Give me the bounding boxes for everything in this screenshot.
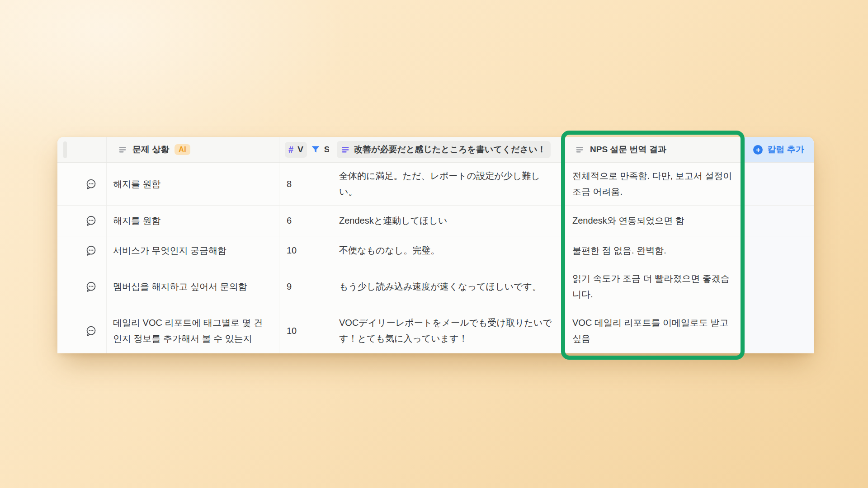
align-left-icon [341, 145, 350, 154]
improve-text: もう少し読み込み速度が速くなってほしいです。 [339, 279, 541, 295]
header-label-nps: NPS 설문 번역 결과 [590, 144, 666, 155]
improve-text: 全体的に満足。ただ、レポートの設定が少し難しい。 [339, 168, 555, 200]
problem-text: 해지를 원함 [113, 176, 161, 192]
cell-nps-translation[interactable]: 전체적으로 만족함. 다만, 보고서 설정이 조금 어려움. [563, 163, 744, 205]
voc-database-table: 문제 상황 AI # V S [57, 137, 814, 353]
cell-problem[interactable]: 해지를 원함 [107, 206, 279, 236]
score-value: 10 [287, 323, 297, 339]
improve-text: 不便なものなし。完璧。 [339, 243, 439, 258]
align-left-icon [118, 145, 127, 154]
score-value: 6 [287, 213, 292, 229]
cell-nps-translation[interactable]: 읽기 속도가 조금 더 빨라졌으면 좋겠습니다. [563, 265, 744, 308]
problem-text: 서비스가 무엇인지 궁금해함 [113, 243, 226, 258]
comment-bubble-icon[interactable] [85, 281, 97, 293]
table-row: 데일리 VOC 리포트에 태그별로 몇 건인지 정보를 추가해서 볼 수 있는지… [57, 308, 814, 353]
header-label-problem: 문제 상황 [132, 144, 169, 155]
header-cell-nps[interactable]: NPS 설문 번역 결과 [563, 137, 744, 162]
cell-nps-translation[interactable]: 불편한 점 없음. 완벽함. [563, 236, 744, 265]
cell-improve[interactable]: VOCデイリーレポートをメールでも受け取りたいです！とても気に入っています！ [332, 308, 563, 353]
table-header-row: 문제 상황 AI # V S [57, 137, 814, 163]
improve-column-chip: 改善が必要だと感じたところを書いてください！ [337, 141, 551, 158]
nps-translation-text: 전체적으로 만족함. 다만, 보고서 설정이 조금 어려움. [572, 168, 736, 200]
cell-comment[interactable] [57, 265, 107, 308]
score-value: 9 [287, 279, 292, 295]
score-label-truncated: V [297, 145, 303, 155]
cell-score[interactable]: 10 [279, 308, 332, 353]
cell-comment[interactable] [57, 206, 107, 236]
header-cell-score[interactable]: # V S [279, 137, 332, 162]
improve-text: Zendeskと連動してほしい [339, 213, 448, 229]
nps-translation-text: 불편한 점 없음. 완벽함. [572, 243, 666, 258]
improve-text: VOCデイリーレポートをメールでも受け取りたいです！とても気に入っています！ [339, 315, 555, 347]
nps-translation-text: VOC 데일리 리포트를 이메일로도 받고 싶음 [572, 315, 736, 347]
cell-score[interactable]: 6 [279, 206, 332, 236]
table-row: 서비스가 무엇인지 궁금해함 10 不便なものなし。完璧。 불편한 점 없음. … [57, 236, 814, 265]
table-row: 해지를 원함 8 全体的に満足。ただ、レポートの設定が少し難しい。 전체적으로 … [57, 163, 814, 206]
nps-translation-text: Zendesk와 연동되었으면 함 [572, 213, 684, 229]
add-column-label: 칼럼 추가 [767, 144, 804, 155]
cell-empty[interactable] [744, 163, 814, 205]
score-value: 10 [287, 243, 297, 258]
cell-problem[interactable]: 서비스가 무엇인지 궁금해함 [107, 236, 279, 265]
problem-text: 해지를 원함 [113, 213, 161, 229]
table-body: 해지를 원함 8 全体的に満足。ただ、レポートの設定が少し難しい。 전체적으로 … [57, 163, 814, 353]
comment-bubble-icon[interactable] [85, 244, 97, 257]
cell-improve[interactable]: もう少し読み込み速度が速くなってほしいです。 [332, 265, 563, 308]
table-row: 멤버십을 해지하고 싶어서 문의함 9 もう少し読み込み速度が速くなってほしいで… [57, 265, 814, 308]
comment-bubble-icon[interactable] [85, 178, 97, 190]
score-value: 8 [287, 176, 292, 192]
cell-score[interactable]: 8 [279, 163, 332, 205]
cell-empty[interactable] [744, 308, 814, 353]
cell-improve[interactable]: 全体的に満足。ただ、レポートの設定が少し難しい。 [332, 163, 563, 205]
plus-circle-icon: + [753, 145, 763, 155]
problem-text: 멤버십을 해지하고 싶어서 문의함 [113, 279, 247, 295]
score-column-chip: # V [285, 142, 307, 158]
cell-nps-translation[interactable]: Zendesk와 연동되었으면 함 [563, 206, 744, 236]
header-label-improve: 改善が必要だと感じたところを書いてください！ [354, 144, 546, 155]
cell-empty[interactable] [744, 206, 814, 236]
clipped-column-chip [63, 141, 67, 158]
cell-problem[interactable]: 해지를 원함 [107, 163, 279, 205]
header-cell-comment [57, 137, 107, 162]
header-cell-improve[interactable]: 改善が必要だと感じたところを書いてください！ [332, 137, 563, 162]
next-label-truncated: S [324, 145, 329, 155]
cell-score[interactable]: 10 [279, 236, 332, 265]
comment-bubble-icon[interactable] [85, 215, 97, 227]
cell-comment[interactable] [57, 308, 107, 353]
table-row: 해지를 원함 6 Zendeskと連動してほしい Zendesk와 연동되었으면… [57, 206, 814, 236]
add-column-button[interactable]: + 칼럼 추가 [744, 137, 814, 162]
filter-funnel-icon[interactable] [311, 145, 321, 155]
cell-empty[interactable] [744, 236, 814, 265]
desktop-background: 문제 상황 AI # V S [0, 0, 868, 488]
cell-comment[interactable] [57, 163, 107, 205]
align-left-icon [576, 145, 584, 154]
cell-problem[interactable]: 멤버십을 해지하고 싶어서 문의함 [107, 265, 279, 308]
cell-improve[interactable]: Zendeskと連動してほしい [332, 206, 563, 236]
cell-nps-translation[interactable]: VOC 데일리 리포트를 이메일로도 받고 싶음 [563, 308, 744, 353]
cell-problem[interactable]: 데일리 VOC 리포트에 태그별로 몇 건인지 정보를 추가해서 볼 수 있는지 [107, 308, 279, 353]
cell-improve[interactable]: 不便なものなし。完璧。 [332, 236, 563, 265]
cell-empty[interactable] [744, 265, 814, 308]
hash-icon: # [288, 145, 293, 155]
nps-translation-text: 읽기 속도가 조금 더 빨라졌으면 좋겠습니다. [572, 271, 736, 302]
ai-badge: AI [175, 144, 190, 155]
cell-score[interactable]: 9 [279, 265, 332, 308]
problem-text: 데일리 VOC 리포트에 태그별로 몇 건인지 정보를 추가해서 볼 수 있는지 [113, 315, 270, 347]
header-cell-problem[interactable]: 문제 상황 AI [107, 137, 279, 162]
cell-comment[interactable] [57, 236, 107, 265]
comment-bubble-icon[interactable] [85, 325, 97, 337]
